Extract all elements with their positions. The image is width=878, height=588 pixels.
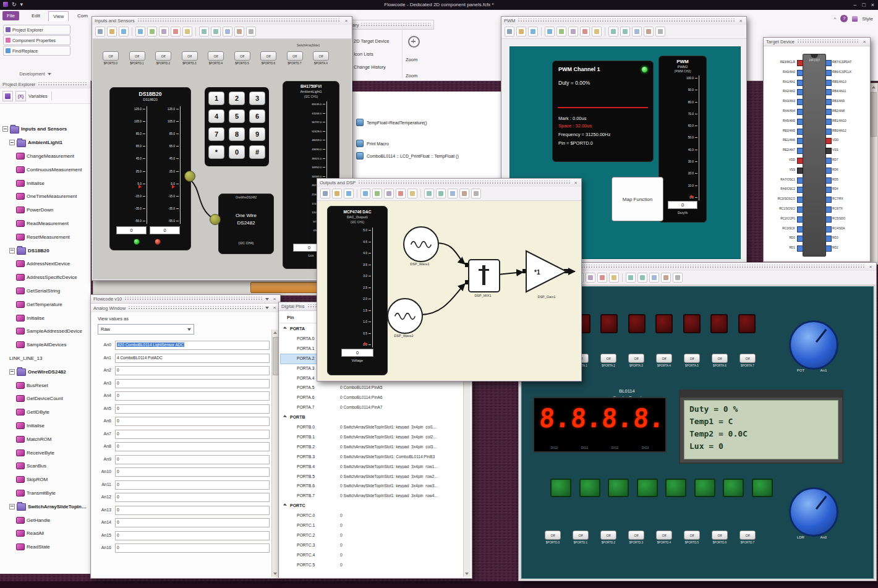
green-button-2[interactable] — [608, 479, 629, 497]
board-switch-button[interactable]: Off — [684, 354, 700, 363]
tree-item-initialise[interactable]: Initialise — [1, 419, 89, 433]
analog-value-field[interactable]: 0 — [115, 430, 270, 439]
pan-icon[interactable] — [516, 27, 526, 36]
analog-value-field[interactable]: 0 — [115, 543, 270, 553]
pin-connector-right[interactable] — [825, 158, 832, 164]
onewire-connector-icon[interactable] — [184, 171, 195, 182]
pin-row[interactable]: PORTA.70 ComboBL0114:PinA7 — [281, 403, 464, 412]
pin-row[interactable]: PORTC.40 — [281, 551, 464, 560]
pin-row[interactable]: PORTC.00 — [281, 511, 464, 521]
macros-icon[interactable] — [2, 91, 13, 101]
tree-item-gethandle[interactable]: GetHandle — [1, 513, 89, 527]
camera-icon[interactable] — [234, 27, 244, 36]
tree-item-samplealldevices[interactable]: SampleAllDevices — [1, 338, 89, 352]
board-switch-button[interactable]: Off — [712, 530, 728, 540]
port-switch-button[interactable]: Off — [103, 51, 119, 61]
port-switch-button[interactable]: Off — [129, 51, 145, 61]
style-label[interactable]: Style — [862, 16, 873, 22]
tree-item-switcharrayslidetopinslot1[interactable]: SwitchArraySlideTopInSlot1 — [1, 500, 89, 513]
tree-item-initialise[interactable]: Initialise — [1, 311, 89, 325]
pan-icon[interactable] — [332, 189, 342, 198]
board-switch-button[interactable]: Off — [545, 530, 561, 540]
keypad-key-1[interactable]: 1 — [208, 92, 224, 105]
tree-item-addressnextdevice[interactable]: AddressNextDevice — [1, 257, 89, 271]
pin-row[interactable]: PORTB.10 SwitchArraySlideTopInSlot1: key… — [281, 433, 464, 442]
pin-row[interactable]: PORTB.00 SwitchArraySlideTopInSlot1: key… — [281, 423, 464, 432]
grid-icon[interactable] — [568, 27, 578, 36]
tree-item-readstate[interactable]: ReadState — [1, 540, 89, 554]
pin-row[interactable]: PORTC.10 — [281, 521, 464, 530]
scroll-up-icon[interactable] — [273, 331, 277, 334]
redo-icon[interactable] — [436, 189, 446, 198]
port-switch-button[interactable]: Off — [260, 51, 276, 61]
pin-connector-left[interactable] — [797, 138, 803, 144]
globals-icon[interactable]: {X} — [15, 91, 26, 101]
pin-connector-right[interactable] — [825, 197, 832, 203]
analog-value-field[interactable]: 0 — [115, 506, 270, 515]
tree-item-link-line-13[interactable]: LINK_LINE_13 — [1, 352, 89, 365]
green-button-0[interactable] — [550, 479, 571, 497]
pin-connector-left[interactable] — [797, 245, 803, 252]
tree-item-gettemperature[interactable]: GetTemperature — [1, 297, 89, 311]
pin-connector-left[interactable] — [797, 89, 803, 95]
dock-arrow-icon[interactable] — [265, 307, 269, 309]
tab-com[interactable]: Com — [73, 11, 92, 20]
cursor-icon[interactable] — [505, 27, 514, 36]
pin-connector-left[interactable] — [797, 226, 803, 232]
camera-icon[interactable] — [661, 273, 671, 283]
layers-icon[interactable] — [448, 189, 458, 198]
tree-item-ambientlight1[interactable]: AmbientLight1 — [1, 136, 89, 150]
analog-value-field[interactable]: 0 — [115, 455, 270, 464]
pin-row[interactable]: PORTA.60 ComboBL0114:PinA6 — [281, 393, 464, 403]
expander-icon[interactable] — [9, 504, 15, 509]
board-switch-button[interactable]: Off — [656, 530, 672, 540]
scroll-down-icon[interactable] — [273, 573, 277, 575]
analog-value-field[interactable]: 0 — [115, 379, 270, 388]
camera-icon[interactable] — [459, 189, 469, 198]
pin-row[interactable]: PORTC.50 — [281, 561, 464, 570]
close-icon[interactable]: × — [271, 296, 278, 303]
pin-connector-right[interactable] — [825, 70, 832, 76]
pin-connector-right[interactable] — [825, 109, 832, 115]
pin-row[interactable]: PORTB.20 SwitchArraySlideTopInSlot1: key… — [281, 443, 464, 452]
tree-item-skiprom[interactable]: SkipROM — [1, 473, 89, 487]
tree-item-readmeasurement[interactable]: ReadMeasurement — [1, 217, 89, 231]
keypad-key-3[interactable]: 3 — [249, 92, 265, 105]
board-switch-button[interactable]: Off — [739, 354, 756, 363]
pin-row[interactable]: PORTB.30 SwitchArraySlideTopInSlot1: Com… — [281, 453, 464, 462]
tab-edit[interactable]: Edit — [27, 11, 45, 20]
tree-item-onetimemeasurement[interactable]: OneTimeMeasurement — [1, 190, 89, 203]
pin-connector-right[interactable] — [825, 245, 832, 252]
keypad-key-4[interactable]: 4 — [208, 109, 224, 123]
analog-value-field[interactable]: #20 ComboBL0114 LightSensor ADC — [115, 341, 270, 350]
zoom-icon[interactable] — [408, 36, 420, 48]
tree-item-onewireds2482[interactable]: OneWireDS2482 — [1, 365, 89, 378]
pin-row[interactable]: PORTB.70 SwitchArraySlideTopInSlot1: key… — [281, 492, 464, 501]
tree-item-scanbus[interactable]: ScanBus — [1, 459, 89, 473]
layers-icon[interactable] — [649, 273, 659, 283]
analog-value-field[interactable]: 0 — [115, 518, 270, 527]
pin-connector-left[interactable] — [797, 216, 803, 223]
tree-item-ds18b20[interactable]: DS18B20 — [1, 244, 89, 257]
copy-icon[interactable] — [171, 27, 181, 36]
pin-row[interactable]: PORTB.60 SwitchArraySlideTopInSlot1: key… — [281, 482, 464, 491]
pin-connector-right[interactable] — [825, 138, 832, 144]
tree-item-continuousmeasurement[interactable]: ContinuousMeasurement — [1, 163, 89, 176]
port-switch-button[interactable]: Off — [313, 51, 329, 61]
fit-icon[interactable] — [372, 189, 382, 198]
pin-connector-left[interactable] — [797, 109, 803, 115]
board-switch-button[interactable]: Off — [573, 530, 589, 540]
port-switch-button[interactable]: Off — [182, 51, 198, 61]
vertical-scrollbar[interactable] — [869, 83, 878, 265]
pin-connector-left[interactable] — [797, 60, 803, 66]
zoom-in-icon[interactable] — [119, 27, 129, 36]
board-switch-button[interactable]: Off — [628, 530, 644, 540]
pin-connector-right[interactable] — [825, 216, 832, 223]
zoom-out-icon[interactable] — [135, 27, 145, 36]
close-icon[interactable]: × — [573, 179, 579, 187]
close-icon[interactable]: × — [343, 17, 349, 25]
pin-connector-right[interactable] — [825, 80, 832, 86]
dsp-wave2-node[interactable] — [387, 298, 423, 334]
tree-item-inputs-and-sensors[interactable]: Inputs and Sensors — [1, 122, 89, 136]
keypad-key-*[interactable]: * — [208, 145, 224, 159]
